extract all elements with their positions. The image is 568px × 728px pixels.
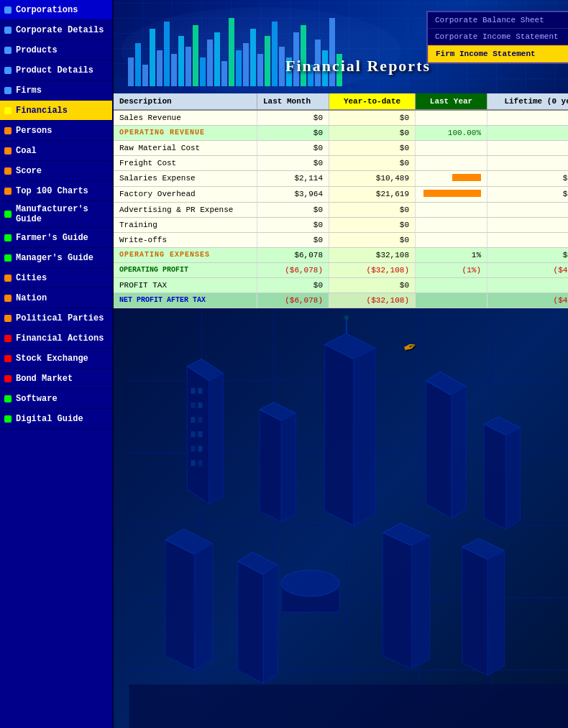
svg-rect-19: [191, 431, 195, 437]
cell-ytd: $0: [329, 141, 416, 155]
cell-last-year: [416, 218, 487, 232]
report-link-0[interactable]: Corporate Balance Sheet: [428, 12, 568, 29]
sidebar-item-software[interactable]: Software: [0, 389, 112, 409]
sidebar-dot-stock-exchange: [4, 355, 12, 362]
sidebar-item-corporations[interactable]: Corporations: [0, 0, 112, 20]
sidebar-item-cities[interactable]: Cities: [0, 268, 112, 288]
svg-rect-22: [198, 446, 202, 451]
cell-last-month: $0: [257, 218, 329, 232]
svg-marker-12: [209, 374, 224, 504]
svg-rect-54: [129, 685, 568, 728]
sidebar-item-political-parties[interactable]: Political Parties: [0, 308, 112, 328]
sidebar-dot-farmers-guide: [4, 234, 12, 241]
sidebar-label-digital-guide: Digital Guide: [16, 414, 83, 424]
sidebar-item-bond-market[interactable]: Bond Market: [0, 369, 112, 389]
svg-point-53: [281, 570, 339, 596]
sidebar-item-firms[interactable]: Firms: [0, 80, 112, 101]
cell-last-month: $3,964: [257, 187, 329, 202]
sidebar-item-financials[interactable]: Financials: [0, 101, 112, 121]
svg-rect-24: [198, 460, 202, 466]
cell-last-month: $0: [257, 203, 329, 217]
sidebar-label-score: Score: [16, 166, 42, 176]
sidebar-item-coal[interactable]: Coal: [0, 141, 112, 161]
report-link-1[interactable]: Corporate Income Statement: [428, 29, 568, 45]
cell-ytd: $21,619: [329, 187, 416, 202]
sidebar-item-financial-actions[interactable]: Financial Actions: [0, 328, 112, 349]
sidebar-label-bond-market: Bond Market: [16, 374, 73, 384]
table-row: Write-offs$0$0$0: [114, 233, 568, 248]
cell-last-month: $2,114: [257, 171, 329, 186]
sidebar-item-products[interactable]: Products: [0, 40, 112, 60]
cell-lifetime: $0: [487, 141, 568, 155]
table-row: Training$0$0$0: [114, 218, 568, 233]
svg-marker-44: [263, 565, 278, 683]
header-area: Financial Reports Corporate Balance Shee…: [114, 0, 568, 93]
cell-description: PROFIT TAX: [114, 278, 257, 292]
cell-last-year: [416, 278, 487, 292]
sidebar-dot-firms: [4, 87, 12, 94]
cell-ytd: $0: [329, 278, 416, 292]
sidebar-dot-financial-actions: [4, 335, 12, 342]
sidebar-label-product-details: Product Details: [16, 65, 93, 75]
svg-rect-13: [191, 388, 195, 394]
sidebar-label-cities: Cities: [16, 273, 47, 283]
cell-description: Write-offs: [114, 233, 257, 247]
sidebar-item-persons[interactable]: Persons: [0, 121, 112, 141]
sidebar-dot-digital-guide: [4, 415, 12, 423]
sidebar-dot-managers-guide: [4, 254, 12, 262]
svg-marker-41: [194, 543, 212, 670]
sidebar-dot-bond-market: [4, 375, 12, 382]
report-link-2[interactable]: Firm Income Statement: [428, 45, 568, 63]
financial-table: Description Last Month Year-to-date Last…: [114, 93, 568, 308]
cell-last-month: $0: [257, 156, 329, 170]
svg-rect-16: [198, 402, 202, 408]
cell-last-year: [416, 171, 487, 186]
cell-lifetime: ($42,197): [487, 263, 568, 277]
cell-description: Raw Material Cost: [114, 141, 257, 155]
sidebar-label-software: Software: [16, 394, 58, 404]
table-row: Freight Cost$0$0$0: [114, 156, 568, 171]
col-last-year[interactable]: Last Year: [416, 93, 487, 109]
sidebar: CorporationsCorporate DetailsProductsPro…: [0, 0, 114, 728]
sidebar-dot-score: [4, 167, 12, 175]
sidebar-item-product-details[interactable]: Product Details: [0, 60, 112, 80]
sidebar-label-products: Products: [16, 45, 58, 55]
sidebar-label-corporate-details: Corporate Details: [16, 25, 104, 35]
table-headers: Description Last Month Year-to-date Last…: [114, 93, 568, 111]
cell-last-year: [416, 156, 487, 170]
sidebar-item-corporate-details[interactable]: Corporate Details: [0, 20, 112, 40]
cell-lifetime: $0: [487, 156, 568, 170]
svg-marker-33: [426, 381, 452, 518]
cell-ytd: $0: [329, 218, 416, 232]
sidebar-item-score[interactable]: Score: [0, 161, 112, 181]
sidebar-item-manufacturers-guide[interactable]: Manufacturer's Guide: [0, 201, 112, 228]
table-row: Advertising & PR Expense$0$0$0: [114, 203, 568, 218]
sidebar-item-top100[interactable]: Top 100 Charts: [0, 181, 112, 201]
sidebar-dot-coal: [4, 147, 12, 155]
sidebar-label-corporations: Corporations: [16, 5, 78, 15]
cell-lifetime: ($42,197): [487, 293, 568, 308]
cell-lifetime: $0: [487, 126, 568, 140]
sidebar-dot-cities: [4, 275, 12, 282]
cell-last-year: 1%: [416, 248, 487, 262]
cell-last-month: ($6,078): [257, 293, 329, 308]
col-ytd[interactable]: Year-to-date: [329, 93, 416, 109]
cell-description: Salaries Expense: [114, 171, 257, 186]
progress-bar-small: [452, 174, 481, 181]
sidebar-item-stock-exchange[interactable]: Stock Exchange: [0, 349, 112, 369]
cell-lifetime: $0: [487, 203, 568, 217]
sidebar-label-top100: Top 100 Charts: [16, 186, 88, 196]
sidebar-item-farmers-guide[interactable]: Farmer's Guide: [0, 228, 112, 248]
svg-marker-50: [487, 550, 504, 675]
sidebar-item-digital-guide[interactable]: Digital Guide: [0, 409, 112, 429]
cell-description: NET PROFIT AFTER TAX: [114, 293, 257, 308]
cell-last-month: ($6,078): [257, 263, 329, 277]
cell-last-year: [416, 141, 487, 155]
sidebar-item-managers-guide[interactable]: Manager's Guide: [0, 248, 112, 268]
cell-last-year: 100.00%: [416, 126, 487, 140]
sidebar-dot-corporations: [4, 6, 12, 14]
sidebar-item-nation[interactable]: Nation: [0, 288, 112, 308]
cell-description: OPERATING PROFIT: [114, 263, 257, 277]
svg-rect-18: [198, 417, 202, 423]
main-content: Financial Reports Corporate Balance Shee…: [114, 0, 568, 728]
